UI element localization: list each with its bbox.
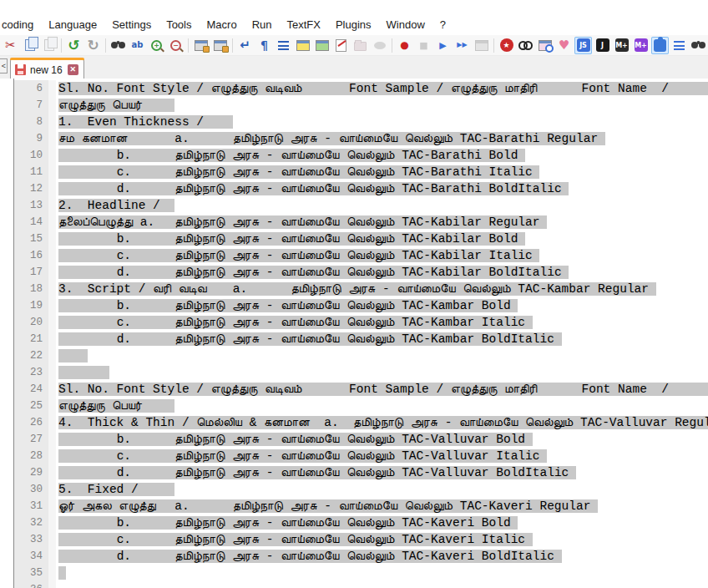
editor-line-17[interactable]: 17 d. தமிழ்நாடு அரசு - வாய்மையே வெல்லும்…: [14, 264, 708, 281]
line-text[interactable]: Sl. No. Font Style / எழுத்துரு வடிவம் Fo…: [56, 80, 708, 97]
find-icon[interactable]: [109, 37, 127, 54]
line-text[interactable]: c. தமிழ்நாடு அரசு - வாய்மையே வெல்லும் TA…: [56, 164, 708, 180]
editor-line-35[interactable]: 35: [14, 565, 708, 581]
plugin-align-icon[interactable]: [670, 37, 688, 54]
line-text[interactable]: d. தமிழ்நாடு அரசு - வாய்மையே வெல்லும் TA…: [56, 331, 708, 347]
editor-line-20[interactable]: 20 c. தமிழ்நாடு அரசு - வாய்மையே வெல்லும்…: [14, 314, 708, 331]
editor-line-25[interactable]: 25எழுத்துரு பெயர்: [14, 398, 708, 414]
line-text[interactable]: ஓர் அகல எழுத்து a. தமிழ்நாடு அரசு - வாய்…: [56, 498, 708, 514]
editor-line-30[interactable]: 305. Fixed /: [14, 481, 708, 498]
indent-guide-icon[interactable]: [275, 37, 292, 54]
line-text[interactable]: b. தமிழ்நாடு அரசு - வாய்மையே வெல்லும் TA…: [56, 431, 708, 448]
tab-new16[interactable]: new 16 ✕: [10, 59, 84, 79]
line-text[interactable]: b. தமிழ்நாடு அரசு - வாய்மையே வெல்லும் TA…: [56, 231, 708, 247]
line-text[interactable]: d. தமிழ்நாடு அரசு - வாய்மையே வெல்லும் TA…: [56, 548, 708, 565]
replace-icon[interactable]: ab: [129, 37, 146, 54]
editor-line-34[interactable]: 34 d. தமிழ்நாடு அரசு - வாய்மையே வெல்லும்…: [14, 548, 708, 565]
editor-line-15[interactable]: 15 b. தமிழ்நாடு அரசு - வாய்மையே வெல்லும்…: [14, 231, 708, 247]
line-text[interactable]: 2. Headline /: [56, 197, 708, 214]
editor-line-32[interactable]: 32 b. தமிழ்நாடு அரசு - வாய்மையே வெல்லும்…: [14, 514, 708, 531]
line-text[interactable]: 3. Script / வரி வடிவ a. தமிழ்நாடு அரசு -…: [56, 281, 708, 297]
line-text[interactable]: d. தமிழ்நாடு அரசு - வாய்மையே வெல்லும் TA…: [56, 464, 708, 481]
macro-record-icon[interactable]: ●: [396, 37, 413, 54]
editor-line-10[interactable]: 10 b. தமிழ்நாடு அரசு - வாய்மையே வெல்லும்…: [14, 147, 708, 164]
line-text[interactable]: சம கனமான a. தமிழ்நாடு அரசு - வாய்மையே வெ…: [56, 130, 708, 147]
line-text[interactable]: 5. Fixed /: [56, 481, 708, 498]
editor-line-22[interactable]: 22: [14, 347, 708, 364]
line-text[interactable]: c. தமிழ்நாடு அரசு - வாய்மையே வெல்லும் TA…: [56, 531, 708, 548]
menu-item-window[interactable]: Window: [379, 16, 432, 35]
edit-page-icon[interactable]: [332, 37, 350, 54]
line-text[interactable]: b. தமிழ்நாடு அரசு - வாய்மையே வெல்லும் TA…: [56, 514, 708, 531]
editor-line-31[interactable]: 31ஓர் அகல எழுத்து a. தமிழ்நாடு அரசு - வா…: [14, 498, 708, 514]
editor-line-6[interactable]: 6Sl. No. Font Style / எழுத்துரு வடிவம் F…: [14, 80, 708, 97]
line-text[interactable]: 4. Thick & Thin / மெல்லிய & கனமான a. தமி…: [56, 414, 708, 431]
line-text[interactable]: c. தமிழ்நாடு அரசு - வாய்மையே வெல்லும் TA…: [56, 247, 708, 264]
zoom-in-icon[interactable]: +: [148, 37, 165, 54]
editor-line-14[interactable]: 14தலைப்பெழுத்து a. தமிழ்நாடு அரசு - வாய்…: [14, 214, 708, 231]
menu-item-run[interactable]: Run: [245, 16, 280, 35]
menu-item-macro[interactable]: Macro: [200, 16, 245, 35]
line-text[interactable]: [56, 581, 708, 588]
editor-line-13[interactable]: 132. Headline /: [14, 197, 708, 214]
line-text[interactable]: [56, 347, 708, 364]
plugin-markdown-dark-icon[interactable]: M+: [613, 37, 630, 54]
tab-scroll-left-button[interactable]: <: [0, 58, 8, 74]
menu-item-tools[interactable]: Tools: [159, 16, 199, 35]
line-text[interactable]: எழுத்துரு பெயர்: [56, 398, 708, 414]
function-list-icon[interactable]: [294, 37, 311, 54]
line-text[interactable]: தலைப்பெழுத்து a. தமிழ்நாடு அரசு - வாய்மை…: [56, 214, 708, 231]
line-text[interactable]: c. தமிழ்நாடு அரசு - வாய்மையே வெல்லும் TA…: [56, 314, 708, 331]
line-text[interactable]: Sl. No. Font Style / எழுத்துரு வடிவம் Fo…: [56, 381, 708, 398]
line-text[interactable]: b. தமிழ்நாடு அரசு - வாய்மையே வெல்லும் TA…: [56, 147, 708, 164]
menu-item-language[interactable]: Language: [41, 16, 104, 35]
tab-close-icon[interactable]: ✕: [68, 64, 78, 75]
plugin-js-icon[interactable]: JS: [574, 37, 592, 54]
document-map-icon[interactable]: [313, 37, 331, 54]
redo-icon[interactable]: ↻: [84, 37, 102, 54]
line-text[interactable]: c. தமிழ்நாடு அரசு - வாய்மையே வெல்லும் TA…: [56, 448, 708, 464]
editor-line-27[interactable]: 27 b. தமிழ்நாடு அரசு - வாய்மையே வெல்லும்…: [14, 431, 708, 448]
plugin-find-window-icon[interactable]: [536, 37, 554, 54]
macro-run-multiple-icon[interactable]: ▶▶: [453, 37, 471, 54]
editor-line-8[interactable]: 81. Even Thickness /: [14, 114, 708, 130]
show-all-characters-icon[interactable]: ¶: [255, 37, 273, 54]
editor-line-11[interactable]: 11 c. தமிழ்நாடு அரசு - வாய்மையே வெல்லும்…: [14, 164, 708, 180]
plugin-markdown-purple-icon[interactable]: M+: [632, 37, 650, 54]
word-wrap-icon[interactable]: ↵: [236, 37, 254, 54]
editor-line-16[interactable]: 16 c. தமிழ்நாடு அரசு - வாய்மையே வெல்லும்…: [14, 247, 708, 264]
editor-line-24[interactable]: 24Sl. No. Font Style / எழுத்துரு வடிவம் …: [14, 381, 708, 398]
menu-item-[interactable]: ?: [432, 16, 453, 35]
editor-line-23[interactable]: 23: [14, 364, 708, 381]
sync-horizontal-scroll-icon[interactable]: [211, 37, 229, 54]
menu-item-coding[interactable]: coding: [0, 16, 41, 35]
editor-line-36[interactable]: 36: [14, 581, 708, 588]
macro-play-icon[interactable]: ▶: [434, 37, 452, 54]
editor-line-12[interactable]: 12 d. தமிழ்நாடு அரசு - வாய்மையே வெல்லும்…: [14, 180, 708, 197]
editor-line-33[interactable]: 33 c. தமிழ்நாடு அரசு - வாய்மையே வெல்லும்…: [14, 531, 708, 548]
menu-item-settings[interactable]: Settings: [104, 16, 159, 35]
copy-icon[interactable]: [21, 37, 38, 54]
line-text[interactable]: b. தமிழ்நாடு அரசு - வாய்மையே வெல்லும் TA…: [56, 297, 708, 314]
plugin-star-icon[interactable]: ★: [498, 37, 515, 54]
plugin-heart-icon[interactable]: ♥: [555, 37, 573, 54]
line-text[interactable]: எழுத்துரு பெயர்: [56, 97, 708, 114]
line-text[interactable]: d. தமிழ்நாடு அரசு - வாய்மையே வெல்லும் TA…: [56, 180, 708, 197]
line-text[interactable]: [56, 565, 708, 581]
editor-line-7[interactable]: 7எழுத்துரு பெயர்: [14, 97, 708, 114]
line-text[interactable]: 1. Even Thickness /: [56, 114, 708, 130]
editor-line-18[interactable]: 183. Script / வரி வடிவ a. தமிழ்நாடு அரசு…: [14, 281, 708, 297]
line-text[interactable]: [56, 364, 708, 381]
editor-line-29[interactable]: 29 d. தமிழ்நாடு அரசு - வாய்மையே வெல்லும்…: [14, 464, 708, 481]
plugin-binoculars-icon[interactable]: [690, 37, 707, 54]
editor-area[interactable]: 6Sl. No. Font Style / எழுத்துரு வடிவம் F…: [0, 79, 708, 588]
undo-icon[interactable]: ↺: [65, 37, 83, 54]
plugin-links-icon[interactable]: [517, 37, 534, 54]
menu-item-textfx[interactable]: TextFX: [279, 16, 327, 35]
cut-icon[interactable]: ✂: [2, 37, 19, 54]
menu-item-plugins[interactable]: Plugins: [328, 16, 379, 35]
editor-line-26[interactable]: 264. Thick & Thin / மெல்லிய & கனமான a. த…: [14, 414, 708, 431]
editor-line-9[interactable]: 9சம கனமான a. தமிழ்நாடு அரசு - வாய்மையே வ…: [14, 130, 708, 147]
editor-line-19[interactable]: 19 b. தமிழ்நாடு அரசு - வாய்மையே வெல்லும்…: [14, 297, 708, 314]
editor-line-21[interactable]: 21 d. தமிழ்நாடு அரசு - வாய்மையே வெல்லும்…: [14, 331, 708, 347]
